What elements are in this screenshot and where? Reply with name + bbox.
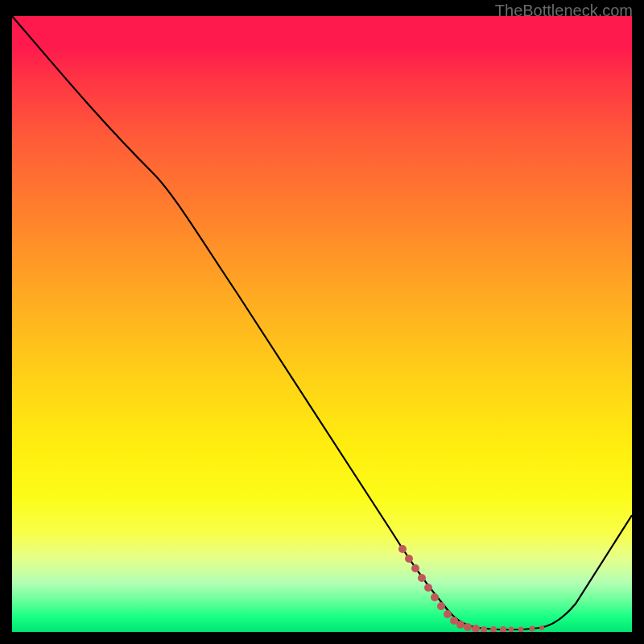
svg-point-6 xyxy=(437,602,445,610)
svg-point-10 xyxy=(464,623,472,631)
svg-point-5 xyxy=(431,593,439,601)
svg-point-1 xyxy=(405,555,413,563)
svg-point-9 xyxy=(456,621,464,629)
svg-point-14 xyxy=(500,626,506,632)
bottleneck-curve xyxy=(12,16,632,630)
svg-point-4 xyxy=(424,584,432,592)
svg-point-3 xyxy=(418,574,426,582)
svg-point-18 xyxy=(539,625,544,630)
svg-point-12 xyxy=(481,626,487,632)
svg-point-0 xyxy=(398,545,407,553)
svg-point-17 xyxy=(530,626,535,632)
highlight-dots xyxy=(398,545,544,632)
chart-plot-area xyxy=(12,16,632,632)
svg-point-2 xyxy=(411,564,419,572)
svg-point-16 xyxy=(518,627,524,633)
watermark-text: TheBottleneck.com xyxy=(495,2,633,20)
svg-point-13 xyxy=(490,626,497,632)
curve-svg xyxy=(12,16,632,632)
svg-point-15 xyxy=(509,627,514,633)
svg-point-7 xyxy=(444,610,452,618)
